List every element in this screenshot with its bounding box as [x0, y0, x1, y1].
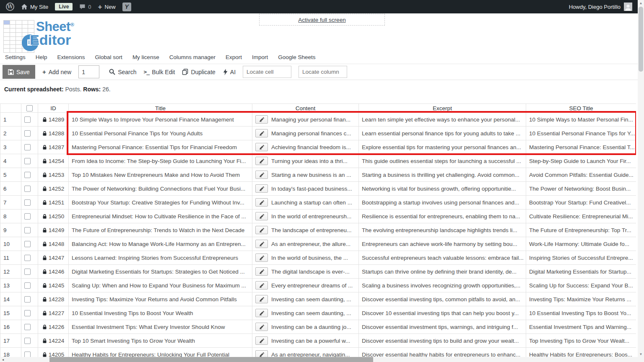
row-number[interactable]: 2	[0, 127, 21, 140]
row-select-cell[interactable]	[21, 196, 38, 209]
post-id-cell[interactable]: 14224	[38, 334, 69, 348]
post-id-cell[interactable]: 14226	[38, 320, 69, 334]
post-id-cell[interactable]: 14227	[38, 306, 69, 320]
edit-content-button[interactable]	[255, 309, 268, 317]
save-button[interactable]: Save	[3, 65, 35, 79]
menu-item-export[interactable]: Export	[226, 54, 242, 60]
title-cell[interactable]: The Power of Networking: Building Connec…	[69, 182, 252, 196]
row-number[interactable]: 6	[0, 182, 21, 196]
locate-column-input[interactable]	[299, 66, 347, 78]
row-select-cell[interactable]	[21, 334, 38, 348]
menu-item-help[interactable]: Help	[36, 54, 47, 60]
title-cell[interactable]: Entrepreneurial Mindset: How to Cultivat…	[69, 209, 252, 223]
edit-content-button[interactable]	[255, 198, 268, 207]
row-select-cell[interactable]	[21, 237, 38, 251]
edit-content-button[interactable]	[255, 295, 268, 303]
excerpt-cell[interactable]: Bootstrapping a startup involves using p…	[359, 196, 526, 209]
account-menu[interactable]: Howdy, Diego Portillo	[569, 3, 638, 11]
column-header-content[interactable]: Content	[252, 104, 359, 113]
menu-item-extensions[interactable]: Extensions	[57, 54, 85, 60]
title-cell[interactable]: 10 Simple Ways to Improve Your Personal …	[69, 113, 252, 127]
row-checkbox[interactable]	[24, 199, 31, 206]
column-header-title[interactable]: Title	[69, 104, 252, 113]
row-number[interactable]: 11	[0, 251, 21, 265]
title-cell[interactable]: Balancing Act: How to Manage Work-Life H…	[69, 237, 252, 251]
row-checkbox[interactable]	[24, 282, 31, 289]
row-number[interactable]: 4	[0, 154, 21, 168]
post-id-cell[interactable]: 14246	[38, 265, 69, 279]
title-cell[interactable]: The Future of Entrepreneurship: Trends t…	[69, 223, 252, 237]
row-number[interactable]: 7	[0, 196, 21, 209]
row-number[interactable]: 12	[0, 265, 21, 279]
menu-item-my-license[interactable]: My license	[132, 54, 159, 60]
site-menu[interactable]: My Site	[21, 4, 48, 10]
wordpress-menu[interactable]: W	[6, 3, 14, 11]
excerpt-cell[interactable]: The evolving entrepreneurship landscape …	[359, 223, 526, 237]
seo-title-cell[interactable]: Scaling Up for Success: Expand Your B...	[526, 279, 636, 292]
row-number[interactable]: 14	[0, 292, 21, 306]
post-id-cell[interactable]: 14247	[38, 251, 69, 265]
seo-title-cell[interactable]: Top Investing Tips to Grow Your Wealt...	[526, 334, 636, 348]
content-cell[interactable]: Investing can be a powerful w...	[252, 334, 359, 348]
row-select-cell[interactable]	[21, 279, 38, 292]
new-content-menu[interactable]: + New	[98, 3, 116, 10]
post-id-cell[interactable]: 14249	[38, 223, 69, 237]
seo-title-cell[interactable]: The Power of Networking: Boost Busin...	[526, 182, 636, 196]
title-cell[interactable]: Digital Marketing Essentials for Startup…	[69, 265, 252, 279]
excerpt-cell[interactable]: Discover essential investing tips, commo…	[359, 292, 526, 306]
horizontal-scrollbar[interactable]: ◄	[0, 357, 644, 362]
post-id-cell[interactable]: 14251	[38, 196, 69, 209]
content-cell[interactable]: Starting a new business is an ...	[252, 168, 359, 182]
row-checkbox[interactable]	[24, 172, 31, 178]
row-checkbox[interactable]	[24, 241, 31, 247]
content-cell[interactable]: In today's fast-paced business...	[252, 182, 359, 196]
seo-title-cell[interactable]: Digital Marketing Essentials for Startup…	[526, 265, 636, 279]
edit-content-button[interactable]	[255, 157, 268, 165]
edit-content-button[interactable]	[255, 184, 268, 193]
post-id-cell[interactable]: 14252	[38, 182, 69, 196]
row-number[interactable]: 5	[0, 168, 21, 182]
excerpt-cell[interactable]: Starting a business is thrilling yet cha…	[359, 168, 526, 182]
row-select-cell[interactable]	[21, 140, 38, 154]
row-checkbox[interactable]	[24, 158, 31, 164]
row-checkbox[interactable]	[24, 227, 31, 233]
seo-title-cell[interactable]: Avoid Common Pitfalls: Essential Guide..…	[526, 168, 636, 182]
title-cell[interactable]: Investing Tips: Maximize Your Returns an…	[69, 292, 252, 306]
content-cell[interactable]: In the world of business, the ...	[252, 251, 359, 265]
search-button[interactable]: Search	[109, 69, 136, 75]
seo-title-cell[interactable]: Work-Life Harmony: Ultimate Guide fo...	[526, 237, 636, 251]
excerpt-cell[interactable]: Learn ten simple yet effective ways to e…	[359, 113, 526, 127]
excerpt-cell[interactable]: Learn essential personal finance tips fo…	[359, 127, 526, 140]
content-cell[interactable]: Investing can seem daunting, ...	[252, 292, 359, 306]
menu-item-import[interactable]: Import	[252, 54, 268, 60]
excerpt-cell[interactable]: Startups can thrive online by defining t…	[359, 265, 526, 279]
content-cell[interactable]: Managing your personal finan...	[252, 113, 359, 127]
edit-content-button[interactable]	[255, 281, 268, 290]
title-cell[interactable]: Mastering Personal Finance: Essential Ti…	[69, 140, 252, 154]
title-cell[interactable]: Essential Investment Tips: What Every In…	[69, 320, 252, 334]
row-select-cell[interactable]	[21, 251, 38, 265]
row-select-cell[interactable]	[21, 113, 38, 127]
title-cell[interactable]: Bootstrap Your Startup: Creative Strateg…	[69, 196, 252, 209]
content-cell[interactable]: Turning your ideas into a thri...	[252, 154, 359, 168]
scroll-down-icon[interactable]: ▼	[638, 351, 644, 357]
row-select-cell[interactable]	[21, 292, 38, 306]
excerpt-cell[interactable]: Successful entrepreneurs teach valuable …	[359, 251, 526, 265]
row-checkbox[interactable]	[24, 144, 31, 150]
menu-item-global-sort[interactable]: Global sort	[95, 54, 122, 60]
scroll-left-icon[interactable]: ◄	[0, 357, 6, 362]
ai-button[interactable]: AI	[223, 69, 236, 75]
row-number[interactable]: 13	[0, 279, 21, 292]
row-select-cell[interactable]	[21, 182, 38, 196]
row-select-cell[interactable]	[21, 168, 38, 182]
row-checkbox[interactable]	[24, 130, 31, 137]
title-cell[interactable]: Top 10 Smart Investing Tips to Grow Your…	[69, 334, 252, 348]
row-checkbox[interactable]	[24, 255, 31, 261]
post-id-cell[interactable]: 14288	[38, 127, 69, 140]
content-cell[interactable]: In the world of entrepreneursh...	[252, 209, 359, 223]
edit-content-button[interactable]	[255, 143, 268, 151]
seo-title-cell[interactable]: 10 Essential Personal Finance Tips for Y…	[526, 127, 636, 140]
row-select-cell[interactable]	[21, 320, 38, 334]
post-id-cell[interactable]: 14228	[38, 292, 69, 306]
comments-menu[interactable]: 0	[79, 4, 91, 10]
